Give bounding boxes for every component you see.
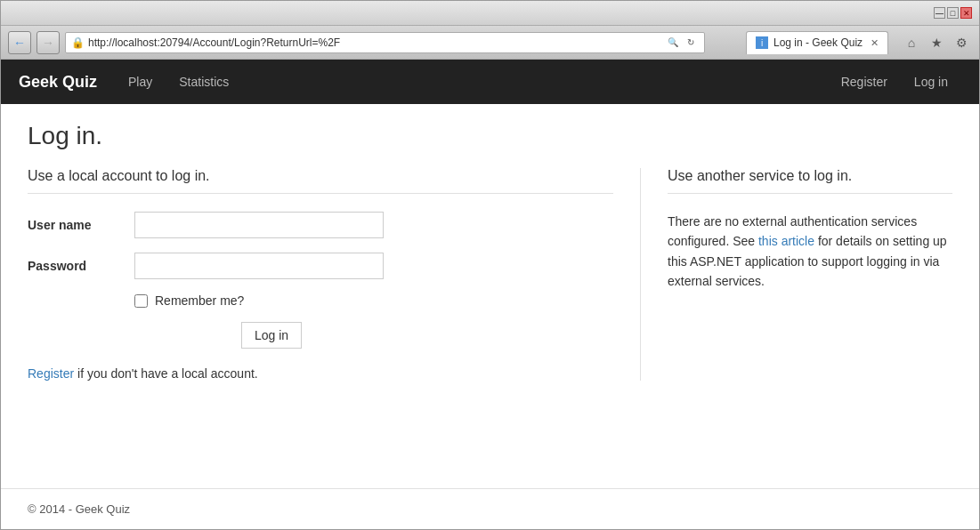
toolbar-icons: ⌂ ★ ⚙ [901,32,972,53]
page-title: Log in. [28,122,952,150]
right-section: Use another service to log in. There are… [641,168,952,381]
register-link[interactable]: Register [28,366,74,381]
username-label: User name [28,218,134,232]
nav-brand[interactable]: Geek Quiz [19,73,97,92]
minimize-button[interactable]: — [934,7,945,19]
remember-group: Remember me? [134,293,613,308]
footer-text: © 2014 - Geek Quiz [28,502,130,516]
left-section: Use a local account to log in. User name… [28,168,641,381]
tab-favicon: i [756,36,768,49]
left-section-title: Use a local account to log in. [28,168,613,184]
nav-bar: Geek Quiz Play Statistics Register Log i… [1,60,979,104]
footer: © 2014 - Geek Quiz [1,488,979,529]
register-link-row: Register if you don't have a local accou… [28,366,613,381]
refresh-icon[interactable]: ↻ [683,35,699,51]
left-divider [28,193,613,194]
address-buttons: 🔍 ↻ [665,35,699,51]
new-tab-button[interactable] [710,33,733,52]
remember-checkbox[interactable] [134,294,148,308]
address-bar-row: ← → 🔒 http://localhost:20794/Account/Log… [1,26,979,60]
password-input[interactable] [134,253,384,279]
tab-close-button[interactable]: ✕ [871,37,879,49]
nav-login[interactable]: Log in [901,60,961,104]
app-content: Geek Quiz Play Statistics Register Log i… [1,60,979,529]
right-section-title: Use another service to log in. [668,168,952,184]
remember-label: Remember me? [155,293,244,308]
back-button[interactable]: ← [8,31,31,54]
home-icon[interactable]: ⌂ [901,32,922,53]
nav-play[interactable]: Play [115,60,166,104]
nav-statistics[interactable]: Statistics [166,60,242,104]
nav-links: Play Statistics [115,60,242,104]
external-text: There are no external authentication ser… [668,212,952,292]
this-article-link[interactable]: this article [758,234,814,248]
close-button[interactable]: ✕ [960,7,972,19]
address-bar[interactable]: 🔒 http://localhost:20794/Account/Login?R… [65,32,705,53]
register-text: if you don't have a local account. [77,366,258,381]
page-body: Log in. Use a local account to log in. U… [1,104,979,488]
nav-register[interactable]: Register [828,60,901,104]
search-icon[interactable]: 🔍 [665,35,681,51]
favorites-icon[interactable]: ★ [926,32,947,53]
username-input[interactable] [134,212,384,238]
login-button[interactable]: Log in [241,322,302,349]
browser-tab[interactable]: i Log in - Geek Quiz ✕ [746,31,888,54]
forward-button[interactable]: → [36,31,60,54]
content-row: Use a local account to log in. User name… [28,168,952,381]
url-text: http://localhost:20794/Account/Login?Ret… [88,36,661,49]
right-divider [668,193,952,194]
username-group: User name [28,212,613,238]
password-group: Password [28,253,613,279]
nav-right: Register Log in [828,60,961,104]
window-controls: — □ ✕ [934,7,972,19]
settings-icon[interactable]: ⚙ [951,32,972,53]
title-bar: — □ ✕ [1,1,979,26]
address-icon: 🔒 [71,36,85,49]
maximize-button[interactable]: □ [947,7,959,19]
password-label: Password [28,259,134,273]
tab-title: Log in - Geek Quiz [773,36,863,49]
